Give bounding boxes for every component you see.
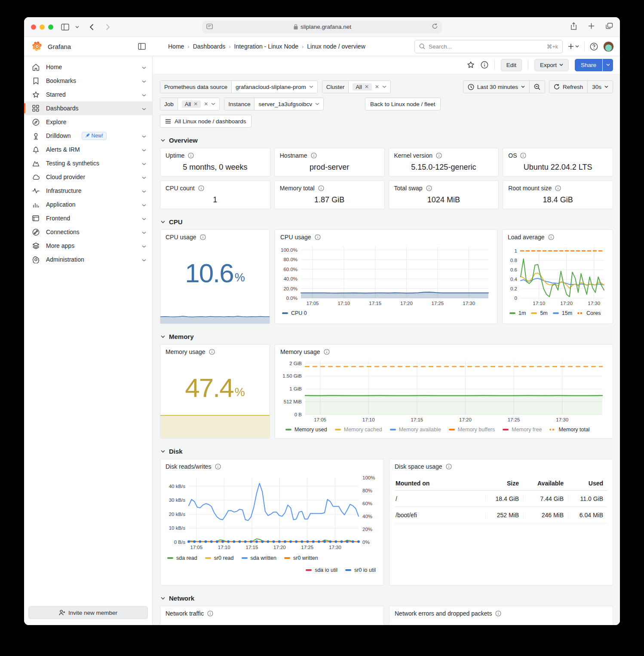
- legend-item[interactable]: sr0 written: [284, 555, 318, 561]
- legend-item[interactable]: Memory cached: [335, 427, 382, 433]
- reader-icon[interactable]: [206, 24, 213, 31]
- reload-icon[interactable]: [432, 23, 438, 31]
- legend-item[interactable]: Memory free: [503, 427, 542, 433]
- info-icon[interactable]: [446, 464, 452, 470]
- collapse-sidebar-icon[interactable]: [138, 43, 146, 50]
- legend-item[interactable]: Memory used: [285, 427, 327, 433]
- info-icon[interactable]: [318, 185, 324, 191]
- cluster-filter[interactable]: Cluster All✕ ✕: [322, 80, 391, 93]
- refresh-interval-picker[interactable]: 30s: [588, 81, 613, 93]
- col-used[interactable]: Used: [568, 480, 607, 487]
- sidebar-item-application[interactable]: Application: [24, 198, 152, 211]
- user-avatar[interactable]: [603, 41, 614, 52]
- star-dashboard-icon[interactable]: [467, 61, 475, 69]
- help-icon[interactable]: [590, 43, 598, 51]
- back-button[interactable]: [89, 24, 94, 31]
- info-icon[interactable]: [209, 349, 215, 355]
- export-button[interactable]: Export: [534, 59, 569, 71]
- job-filter[interactable]: Job All✕ ✕: [160, 98, 220, 110]
- tab-overview-icon[interactable]: [606, 23, 613, 31]
- dashboard-info-icon[interactable]: [481, 61, 488, 69]
- sidebar-item-bookmarks[interactable]: Bookmarks: [24, 74, 152, 88]
- table-row[interactable]: /18.4 GiB7.44 GiB11.0 GiB: [395, 491, 607, 507]
- info-icon[interactable]: [188, 153, 194, 159]
- chevron-down-icon[interactable]: [142, 242, 146, 249]
- info-icon[interactable]: [315, 234, 321, 240]
- sidebar-item-dashboards[interactable]: Dashboards: [24, 101, 152, 115]
- chevron-down-icon[interactable]: [142, 146, 146, 153]
- chevron-down-icon[interactable]: [142, 229, 146, 235]
- sidebar-item-more-apps[interactable]: More apps: [24, 239, 152, 253]
- share-menu-caret[interactable]: [603, 59, 613, 71]
- add-new-button[interactable]: [568, 43, 579, 49]
- chevron-down-icon[interactable]: [142, 256, 146, 263]
- chevron-down-icon[interactable]: [142, 187, 146, 194]
- legend-item[interactable]: Cores: [577, 310, 601, 316]
- legend-item[interactable]: sda read: [167, 555, 197, 561]
- chevron-down-icon[interactable]: [142, 77, 146, 84]
- section-network[interactable]: Network: [161, 595, 613, 602]
- section-cpu[interactable]: CPU: [161, 218, 613, 226]
- chevron-down-icon[interactable]: [142, 91, 146, 98]
- table-header[interactable]: Mounted on Size Available Used: [395, 476, 607, 491]
- col-mounted-on[interactable]: Mounted on: [395, 480, 485, 487]
- chevron-down-icon[interactable]: [142, 160, 146, 167]
- legend-item[interactable]: sr0 io util: [345, 567, 376, 573]
- back-to-fleet-button[interactable]: Back to Linux node / fleet: [365, 98, 441, 110]
- sidebar-item-home[interactable]: Home: [24, 60, 152, 74]
- zoom-window-button[interactable]: [48, 24, 53, 30]
- info-icon[interactable]: [426, 185, 432, 191]
- info-icon[interactable]: [324, 349, 330, 355]
- search-input[interactable]: Search... ⌘+k: [414, 40, 563, 53]
- info-icon[interactable]: [495, 610, 501, 616]
- chevron-down-icon[interactable]: [75, 26, 79, 28]
- job-chip[interactable]: All✕: [182, 101, 201, 108]
- sidebar-item-explore[interactable]: Explore: [24, 115, 152, 129]
- forward-button[interactable]: [106, 24, 110, 31]
- info-icon[interactable]: [555, 185, 561, 191]
- browser-sidebar-icon[interactable]: [61, 24, 69, 31]
- sidebar-item-alerts-irm[interactable]: Alerts & IRM: [24, 143, 152, 156]
- datasource-picker[interactable]: Prometheus data source grafanacloud-slip…: [160, 80, 318, 93]
- instance-picker[interactable]: Instance server_1a3ufgsoibcv: [224, 98, 324, 110]
- info-icon[interactable]: [207, 610, 213, 616]
- info-icon[interactable]: [311, 153, 317, 159]
- invite-new-member-button[interactable]: Invite new member: [28, 606, 148, 619]
- minimize-window-button[interactable]: [40, 24, 45, 30]
- info-icon[interactable]: [198, 185, 204, 191]
- sidebar-item-testing-synthetics[interactable]: Testing & synthetics: [24, 156, 152, 170]
- new-tab-icon[interactable]: [588, 23, 595, 31]
- legend-item[interactable]: sda io util: [306, 567, 337, 573]
- sidebar-item-cloud-provider[interactable]: Cloud provider: [24, 170, 152, 184]
- table-row[interactable]: /boot/efi252 MiB246 MiB6.04 MiB: [395, 507, 607, 523]
- info-icon[interactable]: [436, 153, 442, 159]
- legend-item[interactable]: Memory buffers: [449, 427, 495, 433]
- window-controls[interactable]: [31, 24, 53, 30]
- info-icon[interactable]: [215, 464, 221, 470]
- clear-filter-icon[interactable]: ✕: [375, 84, 379, 90]
- chevron-down-icon[interactable]: [142, 174, 146, 180]
- sidebar-item-infrastructure[interactable]: Infrastructure: [24, 184, 152, 198]
- breadcrumb-integration[interactable]: Integration - Linux Node: [234, 43, 298, 50]
- chevron-down-icon[interactable]: [142, 105, 146, 112]
- url-bar[interactable]: sliplane.grafana.net: [202, 21, 442, 34]
- zoom-out-time-button[interactable]: [530, 81, 545, 93]
- dashboard-content[interactable]: Prometheus data source grafanacloud-slip…: [153, 73, 620, 625]
- legend-item[interactable]: sr0 read: [205, 555, 234, 561]
- legend-item[interactable]: Memory available: [390, 427, 441, 433]
- breadcrumb-dashboards[interactable]: Dashboards: [193, 43, 226, 50]
- col-size[interactable]: Size: [485, 480, 523, 487]
- cluster-chip[interactable]: All✕: [353, 83, 372, 91]
- chevron-down-icon[interactable]: [142, 132, 146, 139]
- close-window-button[interactable]: [31, 24, 36, 30]
- info-icon[interactable]: [548, 234, 554, 240]
- legend-item[interactable]: 1m: [509, 310, 526, 316]
- section-disk[interactable]: Disk: [161, 448, 613, 455]
- info-icon[interactable]: [200, 234, 206, 240]
- section-overview[interactable]: Overview: [161, 137, 613, 144]
- clear-filter-icon[interactable]: ✕: [204, 101, 208, 107]
- legend-item[interactable]: 5m: [531, 310, 547, 316]
- share-button[interactable]: Share: [575, 59, 602, 71]
- sidebar-item-administration[interactable]: Administration: [24, 253, 152, 266]
- chevron-down-icon[interactable]: [142, 215, 146, 222]
